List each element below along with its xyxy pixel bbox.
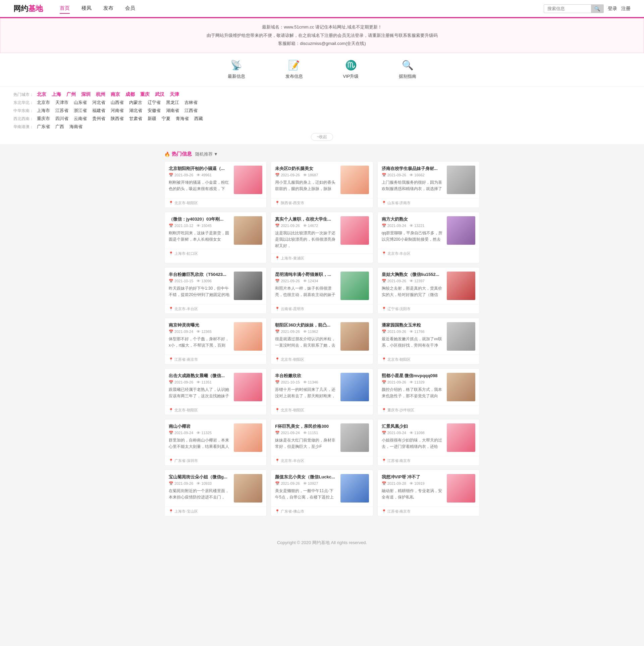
card-item[interactable]: 汇景凤凰少妇 📅 2021-09-24 👁 11098 小姐很很有少妇韵味，大帮… (377, 419, 480, 466)
card-item[interactable]: 南方大奶熟女 📅 2021-09-24 👁 13221 qq群里聊聊，平身自己钱… (377, 212, 480, 263)
city-qinghai[interactable]: 青海省 (176, 116, 189, 122)
city-guangxi[interactable]: 广西 (55, 124, 64, 130)
city-gansu[interactable]: 甘肃省 (129, 116, 142, 122)
city-tianjin-shi[interactable]: 天津市 (55, 100, 68, 106)
city-heilongjiang[interactable]: 黑龙江 (166, 100, 179, 106)
card-meta: 📅 2021-10-15 👁 11346 (275, 380, 337, 385)
city-hebei[interactable]: 河北省 (92, 100, 105, 106)
city-hangzhou[interactable]: 杭州 (96, 92, 105, 98)
location-icon: 📍 (275, 408, 280, 412)
card-desc: 苏锂十月一的时候回来了几天，还没对上就有去了，那天刚好刚来， (275, 387, 337, 399)
site-logo: 网约基地 (13, 4, 43, 14)
card-item[interactable]: 朝阳区36D大奶妹妹，前凸... 📅 2021-09-26 👁 11962 很是… (271, 318, 373, 364)
card-meta: 📅 2021-09-26 👁 12434 (275, 279, 337, 283)
city-chongqing[interactable]: 重庆 (140, 92, 150, 98)
region-south-row: 华南港澳： 广东省 广西 海南省 (13, 124, 631, 130)
card-item[interactable]: 北京朝阳刚开刨的小骚逼（... 📅 2021-09-26 👁 49961 刚刚被… (164, 161, 267, 208)
quick-news[interactable]: 📡 最新信息 (228, 60, 245, 79)
card-image (234, 272, 262, 300)
city-shanghai-shi[interactable]: 上海市 (37, 108, 50, 114)
card-item[interactable]: 真实个人兼职，在校大学生... 📅 2021-09-26 👁 14672 这是我… (271, 212, 373, 263)
city-anhui[interactable]: 安徽省 (148, 108, 161, 114)
city-jilin[interactable]: 吉林省 (184, 100, 198, 106)
city-shanghai[interactable]: 上海 (52, 92, 61, 98)
card-item[interactable]: 潘家园国熟女玉米粒 📅 2021-09-26 👁 11766 最近看她发嫩片抓点… (377, 318, 480, 364)
region-northeast-row: 东北华北： 北京市 天津市 山东省 河北省 山西省 内蒙古 辽宁省 黑龙江 吉林… (13, 100, 631, 106)
city-shenzhen[interactable]: 深圳 (81, 92, 91, 98)
card-info: 朝阳区36D大奶妹妹，前凸... 📅 2021-09-26 👁 11962 很是… (275, 322, 337, 351)
city-beijing[interactable]: 北京 (37, 92, 46, 98)
login-link[interactable]: 登录 (608, 6, 617, 12)
city-neimenggu[interactable]: 内蒙古 (129, 100, 142, 106)
card-body: 南方大奶熟女 📅 2021-09-24 👁 13221 qq群里聊聊，平身自己钱… (378, 212, 479, 249)
card-meta: 📅 2021-09-24 👁 11151 (275, 431, 337, 435)
city-guizhou[interactable]: 贵州省 (92, 116, 105, 122)
city-xizang[interactable]: 西藏 (194, 116, 203, 122)
card-desc: 小姐很很有少妇韵味，大帮天的过去，一进门穿着精缮内衣，还给 (382, 437, 443, 450)
city-shaanxi[interactable]: 陕西省 (111, 116, 124, 122)
nav-member[interactable]: 会员 (125, 3, 135, 14)
city-nanjing[interactable]: 南京 (111, 92, 120, 98)
card-footer: 📍 陕西省-西安市 (271, 198, 373, 208)
search-input[interactable] (544, 5, 591, 13)
nav-publish[interactable]: 发布 (103, 3, 113, 14)
random-recommend-tab[interactable]: 随机推荐 ▼ (195, 151, 218, 157)
city-wuhan[interactable]: 武汉 (155, 92, 164, 98)
card-meta: 📅 2021-09-26 👁 11962 (275, 330, 337, 334)
city-sichuan[interactable]: 四川省 (55, 116, 68, 122)
city-guangdong[interactable]: 广东省 (37, 124, 50, 130)
city-beijing-shi[interactable]: 北京市 (37, 100, 50, 106)
card-item[interactable]: （微信：jy40320）03年刚... 📅 2021-10-12 👁 15045… (164, 212, 267, 263)
nav-loufeng[interactable]: 楼凤 (82, 3, 92, 14)
calendar-icon: 📅 2021-10-12 (169, 224, 193, 228)
card-item[interactable]: 丰台粉嫩巨乳欣欣（T50423... 📅 2021-10-15 👁 13096 … (164, 267, 267, 314)
location-icon: 📍 (382, 509, 386, 514)
collapse-button[interactable]: ~收起 (311, 133, 333, 141)
card-item[interactable]: 南山小椰岩 📅 2021-09-24 👁 11325 群里加的，自称南山小椰岩，… (164, 419, 267, 466)
quick-vip[interactable]: ♏ VIP升级 (343, 60, 359, 79)
search-button[interactable]: 🔍 (591, 5, 603, 13)
nav-home[interactable]: 首页 (60, 3, 70, 14)
city-zhejiang[interactable]: 浙江省 (74, 108, 87, 114)
card-item[interactable]: 宝山菊苑街云朵小姐（微信g... 📅 2021-09-26 👁 10933 在菊… (164, 470, 267, 516)
quick-post[interactable]: 📝 发布信息 (285, 60, 303, 79)
card-title: 熙都小星星 微信mvpqqq098 (382, 373, 443, 379)
register-link[interactable]: 注册 (621, 6, 631, 12)
card-image (447, 474, 475, 503)
search-box[interactable]: 🔍 (544, 4, 604, 13)
card-item[interactable]: 皇姑大胸熟女（微信liu1552... 📅 2021-09-26 👁 12397… (377, 267, 480, 314)
city-ningxia[interactable]: 宁夏 (162, 116, 170, 122)
city-xinjiang[interactable]: 新疆 (148, 116, 156, 122)
city-jiangsu[interactable]: 江苏省 (55, 108, 68, 114)
card-item[interactable]: 丰台粉嫩欣欣 📅 2021-10-15 👁 11346 苏锂十月一的时候回来了几… (271, 368, 373, 415)
card-item[interactable]: 颜值东北小美女（微信Luckc... 📅 2021-09-26 👁 10927 … (271, 470, 373, 516)
card-item[interactable]: 熙都小星星 微信mvpqqq098 📅 2021-09-26 👁 11329 颜… (377, 368, 480, 415)
city-chongqing-shi[interactable]: 重庆市 (37, 116, 50, 122)
card-item[interactable]: 出击大成路熟女晨曦（微信... 📅 2021-09-26 👁 11351 跟晨曦… (164, 368, 267, 415)
card-image (340, 423, 369, 452)
city-guangzhou[interactable]: 广州 (66, 92, 76, 98)
card-item[interactable]: 昆明清纯丰满小野猫兼职，... 📅 2021-09-26 👁 12434 和照片… (271, 267, 373, 314)
location-icon: 📍 (275, 357, 280, 362)
city-shandong[interactable]: 山东省 (74, 100, 87, 106)
card-footer: 📍 上海市-黄浦区 (271, 253, 373, 263)
city-liaoning[interactable]: 辽宁省 (148, 100, 161, 106)
city-chengdu[interactable]: 成都 (125, 92, 135, 98)
card-item[interactable]: 南京钟灵街曝光 📅 2021-09-24 👁 12365 体型那不好，个子蠢，身… (164, 318, 267, 364)
quick-guide[interactable]: 🔍 据别指南 (399, 60, 416, 79)
city-fujian[interactable]: 福建省 (92, 108, 105, 114)
city-hunan[interactable]: 湖南省 (166, 108, 179, 114)
city-hubei[interactable]: 湖北省 (129, 108, 142, 114)
city-shanxi[interactable]: 山西省 (111, 100, 124, 106)
card-item[interactable]: 济南在校学生极品妹子身材... 📅 2021-09-26 👁 16662 上门服… (377, 161, 480, 208)
card-meta: 📅 2021-09-26 👁 10933 (169, 481, 230, 486)
city-henan[interactable]: 河南省 (111, 108, 124, 114)
city-yunnan[interactable]: 云南省 (74, 116, 87, 122)
card-item[interactable]: F杯巨乳美女，亲民价格300 📅 2021-09-24 👁 11151 妹妹是在… (271, 419, 373, 466)
card-item[interactable]: 我想冲VIP呀 冲不了 📅 2021-09-28 👁 10919 融动射，精耕细… (377, 470, 480, 516)
card-item[interactable]: 未央区D奶长腿美女 📅 2021-09-26 👁 18687 用小荳儿服我的身上… (271, 161, 373, 208)
card-image (447, 423, 475, 452)
city-jiangxi[interactable]: 江西省 (184, 108, 198, 114)
city-tianjin[interactable]: 天津 (170, 92, 179, 98)
city-hainan[interactable]: 海南省 (69, 124, 83, 130)
